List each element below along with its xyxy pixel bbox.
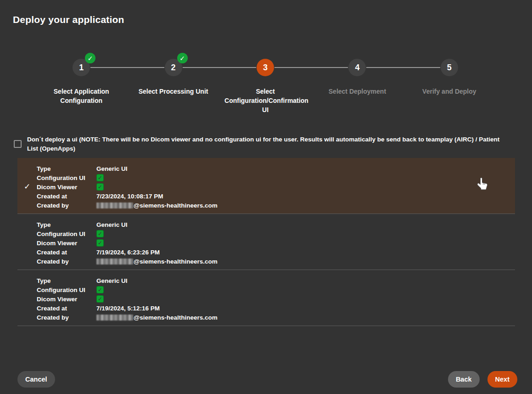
field-label: Dicom Viewer	[37, 240, 96, 247]
field-label: Created at	[37, 193, 96, 200]
field-label: Created by	[37, 258, 96, 265]
field-row-created_by: Created by@siemens-healthineers.com	[37, 313, 515, 322]
field-label: Dicom Viewer	[37, 184, 96, 191]
field-label: Type	[37, 277, 96, 284]
field-row-configuration_ui: Configuration UI✓	[37, 229, 515, 238]
step-3: 3Select Configuration/Confirmation UI	[219, 51, 311, 114]
field-label: Created at	[37, 305, 96, 312]
step-label: Select Deployment	[316, 87, 398, 96]
checked-indicator-icon: ✓	[96, 230, 104, 237]
field-value-created_at: 7/19/2024, 5:12:16 PM	[96, 305, 160, 312]
step-label: Select Processing Unit	[133, 87, 214, 96]
checked-indicator-icon: ✓	[96, 174, 104, 181]
step-2: ✓2Select Processing Unit	[127, 51, 219, 114]
field-label: Configuration UI	[37, 287, 96, 293]
field-row-configuration_ui: Configuration UI✓	[37, 285, 515, 294]
step-circle[interactable]: 5	[441, 59, 458, 76]
page-title: Deploy your application	[13, 14, 124, 25]
checked-indicator-icon: ✓	[96, 183, 104, 191]
stepper: ✓1Select Application Configuration✓2Sele…	[35, 51, 495, 114]
field-row-created_at: Created at7/23/2024, 10:08:17 PM	[37, 191, 515, 201]
email-domain: @siemens-healthineers.com	[134, 314, 218, 321]
field-value-type: Generic UI	[96, 165, 128, 172]
field-value-configuration_ui: ✓	[96, 286, 104, 293]
email-domain: @siemens-healthineers.com	[134, 202, 218, 209]
checked-indicator-icon: ✓	[96, 239, 104, 247]
deploy-wizard-dialog: Deploy your application ✓1Select Applica…	[0, 0, 532, 394]
field-label: Created by	[37, 314, 96, 321]
field-value-type: Generic UI	[96, 277, 128, 284]
skip-ui-checkbox[interactable]	[14, 140, 22, 148]
checked-indicator-icon: ✓	[96, 295, 104, 303]
field-value-configuration_ui: ✓	[96, 230, 104, 237]
ui-option-card[interactable]: TypeGeneric UIConfiguration UI✓Dicom Vie…	[17, 270, 515, 326]
field-row-created_by: Created by@siemens-healthineers.com	[37, 201, 515, 210]
field-row-configuration_ui: Configuration UI✓	[37, 173, 515, 182]
field-value-created-by: @siemens-healthineers.com	[96, 314, 218, 321]
ui-option-card[interactable]: ✓TypeGeneric UIConfiguration UI✓Dicom Vi…	[17, 158, 515, 214]
step-1: ✓1Select Application Configuration	[35, 51, 127, 114]
email-domain: @siemens-healthineers.com	[134, 258, 218, 265]
footer-actions: Cancel Back Next	[17, 371, 517, 388]
field-value-created_at: 7/23/2024, 10:08:17 PM	[96, 193, 163, 200]
field-label: Type	[37, 221, 96, 228]
field-row-type: TypeGeneric UI	[37, 164, 515, 173]
field-value-created_at: 7/19/2024, 6:23:26 PM	[96, 249, 160, 256]
field-row-dicom_viewer: Dicom Viewer✓	[37, 182, 515, 191]
field-row-type: TypeGeneric UI	[37, 220, 515, 229]
redacted-email-prefix	[96, 259, 133, 265]
step-circle[interactable]: 3	[257, 59, 274, 76]
field-value-configuration_ui: ✓	[96, 174, 104, 181]
field-label: Created by	[37, 202, 96, 209]
ui-option-card[interactable]: TypeGeneric UIConfiguration UI✓Dicom Vie…	[17, 214, 515, 270]
field-label: Dicom Viewer	[37, 296, 96, 303]
field-value-dicom_viewer: ✓	[96, 295, 104, 303]
field-row-type: TypeGeneric UI	[37, 276, 515, 285]
back-button[interactable]: Back	[448, 371, 480, 388]
field-label: Type	[37, 165, 96, 172]
field-label: Configuration UI	[37, 231, 96, 237]
field-label: Created at	[37, 249, 96, 256]
next-button[interactable]: Next	[487, 371, 517, 388]
step-circle[interactable]: 4	[348, 59, 366, 76]
step-label: Select Configuration/Confirmation UI	[224, 87, 306, 114]
field-value-type: Generic UI	[96, 221, 128, 228]
field-row-dicom_viewer: Dicom Viewer✓	[37, 238, 515, 248]
checked-indicator-icon: ✓	[96, 286, 104, 293]
field-label: Configuration UI	[37, 174, 96, 181]
field-value-created-by: @siemens-healthineers.com	[96, 258, 218, 265]
field-row-created_at: Created at7/19/2024, 6:23:26 PM	[37, 248, 515, 257]
skip-ui-checkbox-label: Don´t deploy a ui (NOTE: There will be n…	[27, 135, 508, 153]
step-4: 4Select Deployment	[311, 51, 403, 114]
field-value-dicom_viewer: ✓	[96, 183, 104, 191]
field-value-created-by: @siemens-healthineers.com	[96, 202, 218, 209]
step-completed-badge-icon: ✓	[177, 53, 188, 63]
redacted-email-prefix	[96, 203, 133, 208]
step-label: Verify and Deploy	[409, 87, 490, 96]
cancel-button[interactable]: Cancel	[17, 371, 55, 388]
step-completed-badge-icon: ✓	[85, 53, 95, 63]
skip-ui-checkbox-row: Don´t deploy a ui (NOTE: There will be n…	[14, 135, 512, 153]
step-label: Select Application Configuration	[40, 87, 122, 105]
ui-option-list: ✓TypeGeneric UIConfiguration UI✓Dicom Vi…	[17, 158, 515, 326]
field-row-created_by: Created by@siemens-healthineers.com	[37, 257, 515, 266]
step-5: 5Verify and Deploy	[403, 51, 495, 114]
field-value-dicom_viewer: ✓	[96, 239, 104, 247]
selected-check-icon: ✓	[24, 182, 30, 191]
field-row-dicom_viewer: Dicom Viewer✓	[37, 294, 515, 304]
field-row-created_at: Created at7/19/2024, 5:12:16 PM	[37, 304, 515, 313]
redacted-email-prefix	[96, 315, 133, 321]
